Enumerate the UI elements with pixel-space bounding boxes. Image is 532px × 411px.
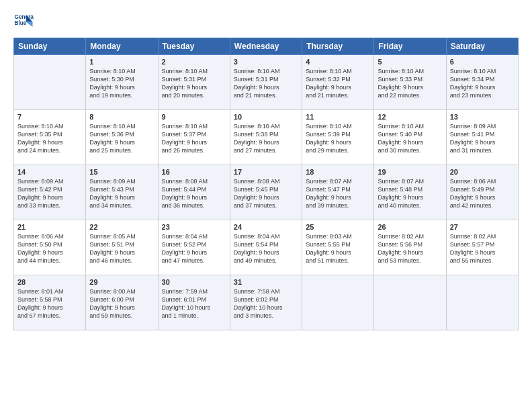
calendar-cell: 10Sunrise: 8:10 AM Sunset: 5:38 PM Dayli…: [230, 110, 302, 165]
day-info: Sunrise: 8:10 AM Sunset: 5:31 PM Dayligh…: [162, 67, 226, 100]
day-info: Sunrise: 8:10 AM Sunset: 5:34 PM Dayligh…: [450, 67, 515, 100]
week-row-2: 7Sunrise: 8:10 AM Sunset: 5:35 PM Daylig…: [14, 110, 519, 165]
day-number: 30: [162, 278, 226, 286]
calendar-cell: [14, 55, 86, 110]
day-number: 17: [234, 168, 298, 176]
calendar-cell: 7Sunrise: 8:10 AM Sunset: 5:35 PM Daylig…: [14, 110, 86, 165]
day-info: Sunrise: 8:10 AM Sunset: 5:38 PM Dayligh…: [234, 122, 298, 155]
day-number: 9: [162, 113, 226, 121]
day-number: 23: [162, 223, 226, 231]
calendar-cell: 19Sunrise: 8:07 AM Sunset: 5:48 PM Dayli…: [374, 165, 446, 220]
day-number: 2: [162, 58, 226, 66]
day-number: 19: [378, 168, 442, 176]
day-info: Sunrise: 8:04 AM Sunset: 5:54 PM Dayligh…: [234, 232, 298, 265]
day-info: Sunrise: 8:10 AM Sunset: 5:30 PM Dayligh…: [89, 67, 154, 100]
header: General Blue: [13, 11, 519, 31]
day-number: 16: [162, 168, 226, 176]
day-info: Sunrise: 8:10 AM Sunset: 5:33 PM Dayligh…: [378, 67, 442, 100]
day-number: 12: [378, 113, 442, 121]
calendar-cell: 5Sunrise: 8:10 AM Sunset: 5:33 PM Daylig…: [374, 55, 446, 110]
day-number: 3: [234, 58, 298, 66]
calendar-cell: 12Sunrise: 8:10 AM Sunset: 5:40 PM Dayli…: [374, 110, 446, 165]
day-info: Sunrise: 8:09 AM Sunset: 5:43 PM Dayligh…: [89, 177, 154, 210]
svg-text:Blue: Blue: [15, 20, 27, 26]
logo-icon: General Blue: [13, 11, 34, 31]
day-info: Sunrise: 7:58 AM Sunset: 6:02 PM Dayligh…: [234, 287, 298, 320]
day-info: Sunrise: 8:10 AM Sunset: 5:32 PM Dayligh…: [306, 67, 370, 100]
calendar-cell: 14Sunrise: 8:09 AM Sunset: 5:42 PM Dayli…: [14, 165, 86, 220]
calendar-cell: 6Sunrise: 8:10 AM Sunset: 5:34 PM Daylig…: [446, 55, 518, 110]
day-info: Sunrise: 8:10 AM Sunset: 5:35 PM Dayligh…: [17, 122, 82, 155]
calendar-cell: 8Sunrise: 8:10 AM Sunset: 5:36 PM Daylig…: [86, 110, 158, 165]
calendar-cell: 2Sunrise: 8:10 AM Sunset: 5:31 PM Daylig…: [158, 55, 230, 110]
day-info: Sunrise: 8:06 AM Sunset: 5:50 PM Dayligh…: [17, 232, 82, 265]
calendar-cell: 20Sunrise: 8:06 AM Sunset: 5:49 PM Dayli…: [446, 165, 518, 220]
calendar-cell: 13Sunrise: 8:09 AM Sunset: 5:41 PM Dayli…: [446, 110, 518, 165]
day-info: Sunrise: 7:59 AM Sunset: 6:01 PM Dayligh…: [162, 287, 226, 320]
day-number: 26: [378, 223, 442, 231]
day-number: 6: [450, 58, 515, 66]
calendar-cell: 3Sunrise: 8:10 AM Sunset: 5:31 PM Daylig…: [230, 55, 302, 110]
day-info: Sunrise: 8:10 AM Sunset: 5:36 PM Dayligh…: [89, 122, 154, 155]
day-info: Sunrise: 8:09 AM Sunset: 5:41 PM Dayligh…: [450, 122, 515, 155]
day-number: 11: [306, 113, 370, 121]
day-number: 4: [306, 58, 370, 66]
calendar-cell: 23Sunrise: 8:04 AM Sunset: 5:52 PM Dayli…: [158, 220, 230, 275]
week-row-5: 28Sunrise: 8:01 AM Sunset: 5:58 PM Dayli…: [14, 275, 519, 330]
calendar-cell: 16Sunrise: 8:08 AM Sunset: 5:44 PM Dayli…: [158, 165, 230, 220]
day-info: Sunrise: 8:02 AM Sunset: 5:56 PM Dayligh…: [378, 232, 442, 265]
day-info: Sunrise: 8:04 AM Sunset: 5:52 PM Dayligh…: [162, 232, 226, 265]
calendar-cell: 15Sunrise: 8:09 AM Sunset: 5:43 PM Dayli…: [86, 165, 158, 220]
day-number: 29: [89, 278, 154, 286]
day-number: 5: [378, 58, 442, 66]
day-number: 13: [450, 113, 515, 121]
day-info: Sunrise: 8:10 AM Sunset: 5:40 PM Dayligh…: [378, 122, 442, 155]
calendar-cell: 11Sunrise: 8:10 AM Sunset: 5:39 PM Dayli…: [302, 110, 374, 165]
logo: General Blue: [13, 11, 34, 31]
calendar-cell: 17Sunrise: 8:08 AM Sunset: 5:45 PM Dayli…: [230, 165, 302, 220]
weekday-header-friday: Friday: [374, 38, 446, 55]
day-number: 1: [89, 58, 154, 66]
day-info: Sunrise: 8:08 AM Sunset: 5:45 PM Dayligh…: [234, 177, 298, 210]
day-number: 31: [234, 278, 298, 286]
day-info: Sunrise: 8:05 AM Sunset: 5:51 PM Dayligh…: [89, 232, 154, 265]
calendar-cell: 9Sunrise: 8:10 AM Sunset: 5:37 PM Daylig…: [158, 110, 230, 165]
day-info: Sunrise: 8:07 AM Sunset: 5:48 PM Dayligh…: [378, 177, 442, 210]
calendar-cell: 27Sunrise: 8:02 AM Sunset: 5:57 PM Dayli…: [446, 220, 518, 275]
calendar-cell: 25Sunrise: 8:03 AM Sunset: 5:55 PM Dayli…: [302, 220, 374, 275]
day-info: Sunrise: 8:10 AM Sunset: 5:31 PM Dayligh…: [234, 67, 298, 100]
day-number: 25: [306, 223, 370, 231]
day-number: 14: [17, 168, 82, 176]
calendar-cell: 4Sunrise: 8:10 AM Sunset: 5:32 PM Daylig…: [302, 55, 374, 110]
calendar-cell: 30Sunrise: 7:59 AM Sunset: 6:01 PM Dayli…: [158, 275, 230, 330]
calendar-cell: 21Sunrise: 8:06 AM Sunset: 5:50 PM Dayli…: [14, 220, 86, 275]
day-info: Sunrise: 8:10 AM Sunset: 5:37 PM Dayligh…: [162, 122, 226, 155]
calendar-cell: 26Sunrise: 8:02 AM Sunset: 5:56 PM Dayli…: [374, 220, 446, 275]
day-info: Sunrise: 8:09 AM Sunset: 5:42 PM Dayligh…: [17, 177, 82, 210]
day-number: 21: [17, 223, 82, 231]
header-row: SundayMondayTuesdayWednesdayThursdayFrid…: [14, 38, 519, 55]
weekday-header-saturday: Saturday: [446, 38, 518, 55]
calendar-cell: [302, 275, 374, 330]
weekday-header-wednesday: Wednesday: [230, 38, 302, 55]
week-row-1: 1Sunrise: 8:10 AM Sunset: 5:30 PM Daylig…: [14, 55, 519, 110]
day-number: 7: [17, 113, 82, 121]
day-number: 22: [89, 223, 154, 231]
day-info: Sunrise: 8:10 AM Sunset: 5:39 PM Dayligh…: [306, 122, 370, 155]
weekday-header-sunday: Sunday: [14, 38, 86, 55]
day-info: Sunrise: 8:02 AM Sunset: 5:57 PM Dayligh…: [450, 232, 515, 265]
day-info: Sunrise: 8:00 AM Sunset: 6:00 PM Dayligh…: [89, 287, 154, 320]
day-number: 28: [17, 278, 82, 286]
day-number: 24: [234, 223, 298, 231]
day-number: 15: [89, 168, 154, 176]
calendar-cell: 28Sunrise: 8:01 AM Sunset: 5:58 PM Dayli…: [14, 275, 86, 330]
day-info: Sunrise: 8:01 AM Sunset: 5:58 PM Dayligh…: [17, 287, 82, 320]
weekday-header-thursday: Thursday: [302, 38, 374, 55]
week-row-4: 21Sunrise: 8:06 AM Sunset: 5:50 PM Dayli…: [14, 220, 519, 275]
calendar-cell: 18Sunrise: 8:07 AM Sunset: 5:47 PM Dayli…: [302, 165, 374, 220]
calendar-cell: 29Sunrise: 8:00 AM Sunset: 6:00 PM Dayli…: [86, 275, 158, 330]
calendar-table: SundayMondayTuesdayWednesdayThursdayFrid…: [13, 38, 519, 330]
weekday-header-monday: Monday: [86, 38, 158, 55]
calendar-cell: 22Sunrise: 8:05 AM Sunset: 5:51 PM Dayli…: [86, 220, 158, 275]
week-row-3: 14Sunrise: 8:09 AM Sunset: 5:42 PM Dayli…: [14, 165, 519, 220]
